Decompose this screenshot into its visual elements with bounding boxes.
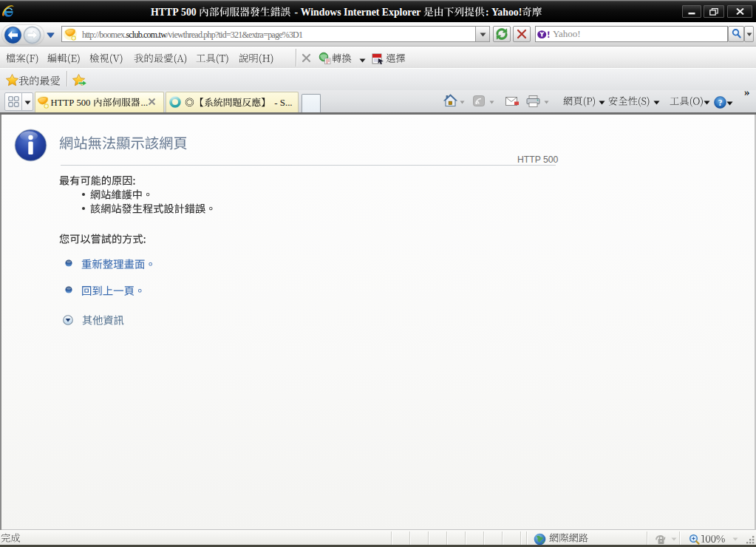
svg-text:?: ? <box>718 98 723 107</box>
